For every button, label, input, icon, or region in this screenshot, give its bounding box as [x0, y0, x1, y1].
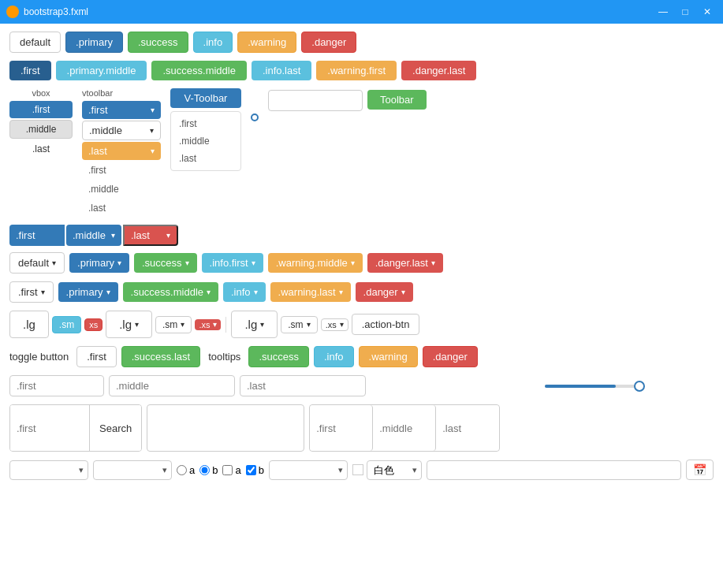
circle-dot	[251, 114, 259, 121]
lg-default-btn[interactable]: .lg	[9, 311, 49, 338]
toggle-success-last-btn[interactable]: .success.last	[121, 346, 200, 367]
caret-icon: ▾	[151, 106, 155, 114]
xs-dd2-btn[interactable]: .xs ▾	[321, 318, 348, 331]
panel-item-first[interactable]: .first	[176, 117, 236, 131]
vbox-last[interactable]: .last	[9, 140, 73, 158]
vtoolbar-panel-section: V-Toolbar .first .middle .last	[170, 88, 241, 171]
group-input-first[interactable]	[310, 405, 373, 451]
tooltip-warning-btn[interactable]: .warning	[359, 346, 418, 367]
success-button[interactable]: .success	[128, 32, 188, 53]
check-b[interactable]	[246, 465, 256, 475]
success-middle-button[interactable]: .success.middle	[151, 61, 246, 80]
text-wide-input[interactable]	[427, 460, 681, 480]
vtoolbar-plain-middle[interactable]: .middle	[82, 180, 161, 198]
dd-warning-last-btn[interactable]: .warning.last ▾	[270, 282, 351, 302]
dd-primary2-btn[interactable]: .primary ▾	[58, 282, 118, 302]
caret-icon: ▾	[185, 259, 189, 267]
danger-last-button[interactable]: .danger.last	[401, 61, 476, 80]
vtoolbar-plain-first[interactable]: .first	[82, 162, 161, 179]
sm-dd-btn[interactable]: .sm ▾	[155, 316, 192, 333]
select-wrapper-3	[269, 460, 348, 480]
tooltip-info-btn[interactable]: .info	[314, 346, 354, 367]
first-seg-button[interactable]: .first	[9, 61, 51, 80]
vtoolbar-btn[interactable]: V-Toolbar	[170, 88, 241, 108]
group-input-middle[interactable]	[373, 405, 436, 451]
color-select[interactable]: 白色	[367, 460, 422, 480]
vertical-divider	[225, 317, 226, 333]
dd-primary-btn[interactable]: .primary ▾	[69, 253, 129, 273]
slider-thumb[interactable]	[634, 381, 645, 392]
caret-icon: ▾	[41, 288, 45, 296]
vbox-first[interactable]: .first	[9, 101, 73, 118]
input-first[interactable]	[9, 375, 104, 396]
xs-dd-danger-btn[interactable]: .xs ▾	[195, 319, 221, 330]
sm-info-btn[interactable]: .sm	[52, 316, 81, 333]
xs-danger-btn[interactable]: xs	[84, 318, 102, 331]
lg-dd2-btn[interactable]: .lg ▾	[231, 311, 278, 338]
primary-button[interactable]: .primary	[65, 32, 123, 53]
vbox-middle[interactable]: .middle	[9, 120, 73, 139]
vtoolbar-label: vtoolbar	[82, 88, 161, 98]
calendar-button[interactable]: 📅	[686, 460, 714, 480]
caret-icon: ▾	[213, 320, 217, 329]
default-button[interactable]: default	[9, 32, 61, 53]
dd-danger-last-btn[interactable]: .danger.last ▾	[367, 253, 443, 273]
info-button[interactable]: .info	[193, 32, 233, 53]
toolbar-button[interactable]: Toolbar	[367, 90, 427, 110]
action-btn[interactable]: .action-btn	[352, 314, 420, 335]
hbox-first-btn[interactable]: .first	[9, 225, 65, 246]
search-button[interactable]: Search	[89, 405, 141, 451]
hbox-last-btn[interactable]: .last ▾	[123, 225, 178, 246]
caret-icon: ▾	[166, 231, 170, 240]
maximize-button[interactable]: □	[676, 2, 695, 21]
select-1[interactable]	[9, 460, 88, 480]
panel-item-middle[interactable]: .middle	[176, 134, 236, 148]
primary-middle-button[interactable]: .primary.middle	[56, 61, 147, 80]
dot-divider	[251, 88, 259, 121]
search-field[interactable]	[10, 405, 89, 451]
vtoolbar-middle-btn[interactable]: .middle ▾	[82, 121, 161, 140]
dd-success-btn[interactable]: .success ▾	[134, 253, 197, 273]
slider-fill	[545, 385, 616, 388]
radio-a[interactable]	[177, 465, 187, 475]
select-3[interactable]	[269, 460, 348, 480]
input-middle[interactable]	[109, 375, 235, 396]
group-input-last[interactable]	[436, 405, 499, 451]
danger-button[interactable]: .danger	[301, 32, 356, 53]
toolbar-input[interactable]	[268, 90, 363, 111]
toggle-first-btn[interactable]: .first	[76, 346, 117, 367]
dd-info-first-btn[interactable]: .info.first ▾	[202, 253, 263, 273]
dd-first-btn[interactable]: .first ▾	[9, 281, 54, 303]
warning-button[interactable]: .warning	[237, 32, 296, 53]
vtoolbar-middle-label: .middle	[89, 125, 122, 136]
input-last[interactable]	[240, 375, 366, 396]
check-a[interactable]	[222, 465, 233, 475]
search-textarea[interactable]	[147, 404, 304, 452]
sm-dd2-btn[interactable]: .sm ▾	[281, 316, 317, 333]
caret-icon: ▾	[260, 320, 264, 329]
dd-default-btn[interactable]: default ▾	[9, 252, 65, 274]
info-last-button[interactable]: .info.last	[252, 61, 311, 80]
check-a-text: a	[235, 464, 240, 476]
vtoolbar-first-btn[interactable]: .first ▾	[82, 101, 161, 119]
minimize-button[interactable]: —	[654, 2, 673, 21]
dd-danger2-btn[interactable]: .danger ▾	[356, 282, 413, 302]
vtoolbar-plain-last[interactable]: .last	[82, 199, 161, 217]
hbox-middle-btn[interactable]: .middle ▾	[66, 225, 121, 246]
search-input-group: Search	[9, 404, 142, 452]
radio-a-label: a	[177, 464, 195, 476]
select-2[interactable]	[93, 460, 172, 480]
radio-b[interactable]	[199, 465, 210, 475]
lg-dd-btn[interactable]: .lg ▾	[106, 311, 152, 338]
vtoolbar-last-btn[interactable]: .last ▾	[82, 142, 161, 160]
tooltip-danger-btn[interactable]: .danger	[423, 346, 478, 367]
panel-item-last[interactable]: .last	[176, 151, 236, 166]
tooltip-success-btn[interactable]: .success	[248, 346, 309, 367]
dd-warning-middle-btn[interactable]: .warning.middle ▾	[268, 253, 363, 273]
caret-icon: ▾	[351, 259, 355, 267]
dd-info2-btn[interactable]: .info ▾	[223, 282, 266, 302]
dd-success-middle-btn[interactable]: .success.middle ▾	[123, 282, 218, 302]
close-button[interactable]: ✕	[698, 2, 717, 21]
hbox-items: .first .middle ▾ .last ▾	[9, 225, 178, 246]
warning-first-button[interactable]: .warning.first	[316, 61, 397, 80]
